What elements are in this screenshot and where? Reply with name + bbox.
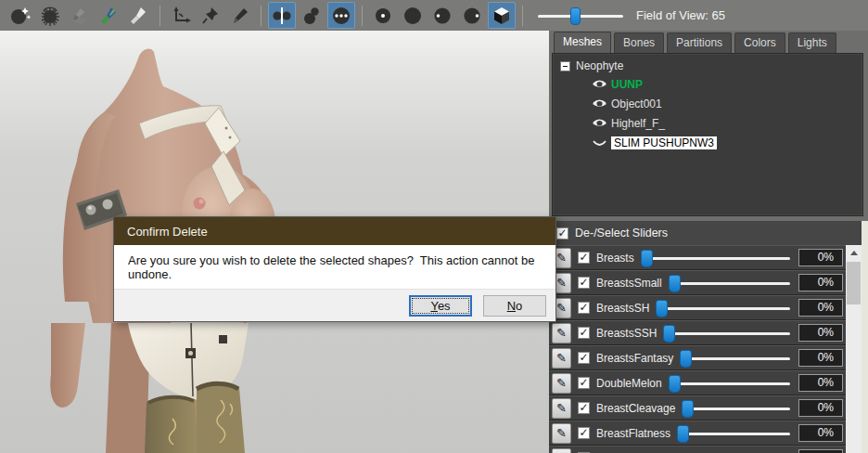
slider-thumb[interactable] — [677, 425, 689, 443]
slider-value[interactable]: 0% — [798, 274, 843, 291]
slider-value[interactable]: 0% — [798, 424, 843, 442]
slider-thumb[interactable] — [663, 325, 675, 343]
tree-item-uunp[interactable]: UUNP — [592, 76, 855, 92]
connected-only-toggle-icon[interactable] — [327, 2, 355, 29]
tab-bones[interactable]: Bones — [614, 32, 664, 53]
slider-thumb[interactable] — [641, 250, 653, 267]
edit-slider-icon[interactable]: ✎ — [552, 373, 571, 394]
slider-checkbox[interactable]: ✓ — [578, 427, 590, 439]
fov-slider[interactable] — [538, 6, 623, 25]
slider-thumb[interactable] — [680, 350, 692, 368]
connected-vertices-icon[interactable] — [298, 2, 326, 29]
eye-closed-icon[interactable] — [592, 136, 607, 149]
tree-item-object001[interactable]: Object001 — [592, 96, 855, 111]
tab-colors[interactable]: Colors — [734, 32, 785, 53]
scrollbar-thumb[interactable] — [847, 262, 861, 304]
edit-slider-icon[interactable]: ✎ — [552, 423, 571, 444]
unmask-brush-icon[interactable] — [125, 2, 153, 29]
tree-item-label: Highelf_F_ — [611, 117, 665, 130]
slider-track[interactable] — [656, 299, 792, 317]
tree-item-slim-pushupnw3[interactable]: SLIM PUSHUPNW3 — [592, 135, 855, 150]
mask-brush-icon[interactable] — [96, 2, 123, 29]
collapse-icon[interactable] — [560, 61, 570, 71]
slider-row-breastsssh: ✎ ✓ BreastsSSH 0% — [549, 320, 846, 345]
slider-checkbox[interactable]: ✓ — [578, 277, 590, 289]
slider-label: BreastsSmall — [596, 277, 662, 290]
yes-button[interactable]: Yes — [409, 295, 472, 317]
slider-thumb[interactable] — [682, 400, 694, 418]
slider-checkbox[interactable]: ✓ — [578, 352, 590, 364]
slider-label: BreastFlatness — [596, 427, 670, 440]
toolbar-separator — [261, 6, 262, 26]
brush-circle-left-dot-icon[interactable] — [428, 2, 456, 29]
slider-value[interactable]: 0% — [798, 349, 843, 367]
slider-track[interactable] — [669, 374, 792, 393]
edit-slider-icon[interactable]: ✎ — [552, 398, 571, 419]
slider-track[interactable] — [682, 399, 792, 418]
slider-thumb[interactable] — [669, 375, 681, 393]
mesh-tree: Neophyte UUNP Object001 Highelf_F_ — [552, 53, 863, 216]
slider-checkbox[interactable]: ✓ — [578, 327, 590, 339]
eye-open-icon[interactable] — [592, 78, 607, 91]
slider-thumb[interactable] — [669, 275, 681, 292]
perspective-cube-toggle-icon[interactable] — [488, 2, 516, 29]
slider-value[interactable]: 0% — [798, 299, 843, 317]
eye-open-icon[interactable] — [592, 97, 607, 110]
slider-value[interactable] — [798, 449, 843, 453]
slider-track[interactable] — [596, 449, 792, 453]
fov-slider-thumb[interactable] — [570, 7, 581, 25]
slider-row-breastssmall: ✎ ✓ BreastsSmall 0% — [549, 270, 846, 295]
fov-slider-track — [538, 15, 623, 18]
slider-value[interactable]: 0% — [798, 249, 843, 266]
pencil-tool-icon[interactable] — [226, 2, 254, 29]
tree-root-row[interactable]: Neophyte — [560, 59, 855, 72]
slider-checkbox[interactable]: ✓ — [578, 302, 590, 314]
slider-checkbox[interactable]: ✓ — [578, 377, 590, 389]
deselect-sliders-checkbox[interactable]: ✓ — [556, 227, 568, 239]
slider-value[interactable]: 0% — [798, 374, 843, 392]
brush-circle-right-dot-icon[interactable] — [458, 2, 486, 29]
slider-value[interactable]: 0% — [798, 399, 843, 417]
right-panel: Meshes Bones Partitions Colors Lights Ne… — [549, 31, 868, 453]
transform-tool-icon[interactable] — [167, 2, 195, 29]
tab-partitions[interactable]: Partitions — [667, 32, 732, 53]
confirm-delete-dialog: Confirm Delete Are you sure you wish to … — [113, 216, 556, 322]
no-button[interactable]: No — [483, 295, 546, 317]
slider-row-partial — [549, 446, 846, 453]
outfit-studio-window: Field of View: 65 — [0, 0, 868, 453]
eye-open-icon[interactable] — [592, 117, 607, 130]
slider-value[interactable]: 0% — [798, 324, 843, 342]
brush-circle-center-dot-icon[interactable] — [369, 2, 397, 29]
dialog-title-bar[interactable]: Confirm Delete — [114, 217, 555, 245]
inflate-brush-icon[interactable] — [36, 2, 64, 29]
slider-scrollbar[interactable] — [846, 245, 862, 453]
tree-item-highelf[interactable]: Highelf_F_ — [592, 115, 855, 131]
fov-label: Field of View: 65 — [636, 8, 725, 22]
slider-thumb[interactable] — [656, 300, 668, 317]
tab-meshes[interactable]: Meshes — [554, 32, 611, 53]
edit-slider-icon[interactable] — [552, 448, 571, 453]
smooth-brush-icon[interactable] — [66, 2, 94, 29]
slider-track[interactable] — [677, 424, 792, 443]
brush-circle-solid-icon[interactable] — [399, 2, 427, 29]
slider-track[interactable] — [680, 349, 792, 368]
deselect-sliders-row[interactable]: ✓ De-/Select Sliders — [549, 221, 862, 245]
dialog-title: Confirm Delete — [127, 225, 208, 239]
pin-tool-icon[interactable] — [197, 2, 224, 29]
edit-slider-icon[interactable]: ✎ — [552, 323, 571, 343]
yes-button-label: Yes — [430, 299, 450, 313]
slider-track[interactable] — [669, 274, 792, 292]
edit-slider-icon[interactable]: ✎ — [552, 348, 571, 369]
slider-track[interactable] — [641, 249, 792, 267]
x-mirror-toggle-icon[interactable] — [268, 2, 296, 29]
tab-lights[interactable]: Lights — [788, 32, 836, 53]
dialog-footer: Yes No — [114, 289, 555, 321]
slider-list: ✎ ✓ Breasts 0% ✎ ✓ BreastsSmall 0% ✎ ✓ B… — [549, 245, 846, 453]
main-toolbar: Field of View: 65 — [0, 0, 868, 31]
slider-track[interactable] — [663, 324, 792, 343]
slider-row-breastssh: ✎ ✓ BreastsSH 0% — [549, 295, 846, 320]
scrollbar-up-icon[interactable] — [846, 245, 862, 261]
slider-checkbox[interactable]: ✓ — [578, 402, 590, 414]
slider-checkbox[interactable]: ✓ — [578, 252, 590, 264]
move-brush-icon[interactable] — [6, 2, 34, 29]
